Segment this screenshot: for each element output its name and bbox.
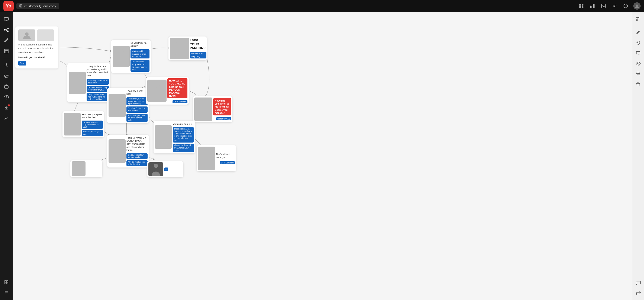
table-icon[interactable]	[2, 47, 11, 56]
left-sidebar	[0, 12, 13, 300]
svg-point-72	[154, 82, 160, 88]
branch-icon[interactable]	[634, 15, 642, 23]
card-bottom-2: ...	[147, 161, 184, 177]
svg-line-61	[639, 85, 640, 86]
svg-rect-6	[579, 7, 581, 8]
card10-button[interactable]: Go to Summary	[220, 161, 235, 164]
navbar: Yo Customer Query. copy	[0, 0, 644, 12]
svg-point-77	[204, 150, 209, 155]
svg-rect-40	[5, 282, 6, 284]
canvas[interactable]: In this scenario a customer has come to …	[13, 12, 632, 300]
card7-text: How dare you speak to me like that!	[82, 112, 103, 119]
card7-bubble2: Because you bought a lamp!	[82, 130, 103, 136]
palette-icon[interactable]	[2, 71, 11, 80]
svg-rect-11	[602, 4, 606, 8]
svg-point-68	[118, 49, 124, 54]
card-5: HOW DARE YOU CALL ME STUPID! GET ME YOUR…	[146, 77, 189, 105]
comment-icon[interactable]	[634, 279, 642, 287]
card-9: I said... I WANT MY MONEY BACK. I don't …	[107, 135, 149, 167]
card-bottom-1	[70, 160, 102, 177]
svg-point-51	[638, 42, 639, 43]
briefcase-icon[interactable]	[2, 82, 11, 91]
svg-point-30	[5, 76, 6, 76]
history-icon[interactable]	[2, 92, 11, 102]
svg-rect-38	[5, 280, 6, 282]
svg-point-47	[636, 20, 638, 21]
card-10: That's brilliant thank you. Go to Summar…	[196, 145, 236, 171]
svg-line-58	[639, 75, 640, 76]
svg-rect-4	[579, 4, 581, 6]
card1-bubble2: Of course not, sorry. How can I help you…	[130, 60, 150, 72]
svg-line-24	[5, 30, 7, 31]
screen-icon[interactable]	[634, 49, 642, 57]
svg-rect-9	[592, 5, 593, 8]
card2-text: I BEG YOUR PARDON?!	[190, 38, 206, 50]
card3-bubble3: Did you check that it was switched and t…	[86, 93, 109, 101]
doc-title: Customer Query. copy	[24, 4, 56, 8]
card-6: How dare you speak to me like that? Get …	[193, 96, 232, 122]
location-icon[interactable]	[634, 39, 642, 47]
upload-icon[interactable]	[2, 103, 11, 112]
library-icon[interactable]	[2, 277, 11, 287]
card3-bubble1: What do you want me to do about it?	[86, 79, 109, 85]
svg-point-76	[114, 143, 120, 148]
svg-point-75	[161, 129, 166, 134]
svg-rect-52	[636, 52, 640, 54]
user-avatar[interactable]	[633, 2, 640, 10]
code-icon[interactable]	[611, 3, 618, 10]
svg-rect-7	[582, 7, 584, 8]
card5-text: HOW DARE YOU CALL ME STUPID! GET ME YOUR…	[168, 78, 188, 98]
start-button[interactable]: Start	[18, 61, 26, 66]
card6-text: How dare you speak to me like that? Get …	[213, 98, 231, 115]
svg-point-32	[7, 75, 7, 76]
svg-point-29	[6, 65, 7, 66]
svg-point-71	[114, 97, 120, 102]
nav-icons	[578, 2, 640, 10]
svg-line-13	[614, 5, 615, 8]
svg-point-21	[7, 28, 8, 29]
settings-icon[interactable]	[2, 60, 11, 70]
right-sidebar	[632, 12, 644, 300]
card4-bubble1: I can't offer you your money back but I …	[126, 97, 148, 105]
menu-icon[interactable]	[2, 288, 11, 297]
card8-bubble1: That's great thanks. Because you've had …	[173, 127, 194, 143]
svg-rect-41	[6, 282, 8, 284]
image-icon[interactable]	[600, 3, 607, 10]
svg-rect-8	[590, 6, 591, 8]
svg-point-79	[154, 164, 158, 168]
grid-icon[interactable]	[578, 3, 585, 10]
svg-line-36	[6, 97, 7, 98]
card-3: I bought a lamp from you yesterday and i…	[68, 63, 110, 102]
svg-point-73	[201, 101, 206, 106]
nodes-icon[interactable]	[2, 25, 11, 35]
swap-icon[interactable]	[634, 289, 642, 297]
chart-icon[interactable]	[589, 3, 596, 10]
svg-point-16	[636, 5, 638, 6]
card1-bubble1: Wait you did manage to break your lamp..…	[130, 49, 150, 59]
card6-button[interactable]: Go to Summary	[216, 117, 231, 120]
card5-button[interactable]: Go to Summary	[172, 100, 188, 103]
svg-point-70	[75, 75, 80, 80]
document-tab[interactable]: Customer Query. copy	[16, 3, 59, 9]
zoom-in-icon[interactable]	[634, 80, 642, 88]
card-4: I want my money back I can't offer you y…	[107, 88, 149, 123]
zoom-out-icon[interactable]	[634, 69, 642, 78]
svg-line-50	[637, 18, 638, 20]
card9-bubble2: Why did you buy one in the first place?	[126, 160, 148, 166]
svg-point-67	[25, 33, 28, 36]
card9-text: I said... I WANT MY MONEY BACK. I don't …	[126, 136, 148, 152]
monitor-icon[interactable]	[2, 15, 11, 24]
svg-point-78	[76, 163, 81, 167]
card-2: I BEG YOUR PARDON?! You broke the lamp t…	[168, 37, 207, 60]
card3-bubble2: I'm sorry, how can I help resolve this f…	[86, 86, 109, 92]
app-logo[interactable]: Yo	[4, 1, 14, 11]
hide-icon[interactable]	[634, 59, 642, 68]
svg-rect-10	[594, 4, 594, 8]
svg-point-46	[639, 17, 640, 18]
svg-rect-39	[6, 280, 8, 282]
help-icon[interactable]	[622, 3, 629, 10]
svg-point-22	[7, 31, 8, 32]
analytics-icon[interactable]	[2, 114, 11, 123]
pen-icon[interactable]	[634, 28, 642, 37]
edit-icon[interactable]	[2, 36, 11, 45]
